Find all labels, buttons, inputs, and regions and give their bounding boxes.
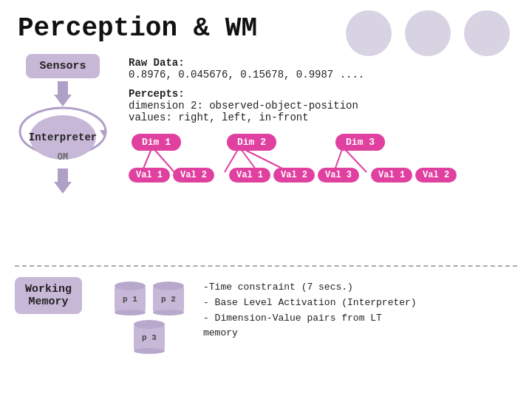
circle-1 bbox=[346, 10, 392, 56]
bottom-section: WorkingMemory p 1 p 2 p 3 -Time constrai… bbox=[0, 274, 532, 354]
dim2-val3: Val 3 bbox=[318, 168, 359, 183]
cylinder-p2: p 2 bbox=[153, 286, 184, 313]
om-label: OM bbox=[58, 152, 68, 163]
percepts-line2: values: right, left, in-front bbox=[129, 112, 309, 123]
dim1-val1: Val 1 bbox=[129, 168, 170, 183]
dim-1-box: Dim 1 bbox=[132, 134, 181, 151]
cylinder-p1-label: p 1 bbox=[123, 295, 137, 304]
database-group: p 1 p 2 p 3 bbox=[115, 282, 184, 351]
cylinder-p3: p 3 bbox=[134, 324, 165, 351]
note-line4: memory bbox=[203, 326, 417, 341]
wm-section: WorkingMemory bbox=[15, 277, 97, 314]
note-line1: -Time constraint (7 secs.) bbox=[203, 280, 417, 296]
dim-row: Dim 1 Dim 2 Dim 3 bbox=[129, 134, 385, 151]
circle-3 bbox=[464, 10, 510, 56]
left-column: Sensors Interpreter OM bbox=[15, 51, 111, 258]
notes-section: -Time constraint (7 secs.) - Base Level … bbox=[203, 280, 417, 341]
note-line3: - Dimension-Value pairs from LT bbox=[203, 311, 417, 327]
raw-data-value: 0.8976, 0.045676, 0.15678, 0.9987 .... bbox=[129, 69, 364, 81]
db-row-top: p 1 p 2 bbox=[115, 282, 184, 313]
cylinder-p3-label: p 3 bbox=[142, 333, 157, 342]
dimension-tree: Dim 1 Dim 2 Dim 3 Val 1 Val 2 Val 1 Val … bbox=[129, 131, 517, 197]
decorative-circles bbox=[346, 10, 510, 56]
dim3-val2: Val 2 bbox=[415, 168, 457, 183]
raw-data-label: Raw Data: bbox=[129, 57, 185, 69]
cylinder-p2-label: p 2 bbox=[161, 295, 176, 304]
cylinder-p1: p 1 bbox=[115, 286, 146, 313]
dim3-val1: Val 1 bbox=[371, 168, 412, 183]
raw-data-section: Raw Data: 0.8976, 0.045676, 0.15678, 0.9… bbox=[129, 57, 517, 81]
wm-label: WorkingMemory bbox=[25, 283, 72, 308]
val-row: Val 1 Val 2 Val 1 Val 2 Val 3 Val 1 Val … bbox=[129, 168, 457, 183]
interpreter-group: Interpreter OM bbox=[15, 109, 111, 163]
sensors-box: Sensors bbox=[26, 54, 99, 78]
arrow-interpreter-to-wm bbox=[54, 168, 72, 194]
percepts-section: Percepts: dimension 2: observed-object-p… bbox=[129, 88, 517, 123]
dim-2-box: Dim 2 bbox=[227, 134, 276, 151]
dim1-val2: Val 2 bbox=[173, 168, 214, 183]
percepts-line1: dimension 2: observed-object-position bbox=[129, 100, 358, 112]
dim-3-box: Dim 3 bbox=[335, 134, 385, 151]
circle-2 bbox=[405, 10, 451, 56]
section-divider bbox=[15, 265, 517, 267]
right-column: Raw Data: 0.8976, 0.045676, 0.15678, 0.9… bbox=[111, 51, 517, 258]
db-row-bottom: p 3 bbox=[134, 320, 165, 351]
working-memory-box: WorkingMemory bbox=[15, 277, 82, 314]
dim2-val1: Val 1 bbox=[229, 168, 270, 183]
percepts-label: Percepts: bbox=[129, 88, 185, 100]
dim2-val2: Val 2 bbox=[273, 168, 315, 183]
note-line2: - Base Level Activation (Interpreter) bbox=[203, 296, 417, 311]
